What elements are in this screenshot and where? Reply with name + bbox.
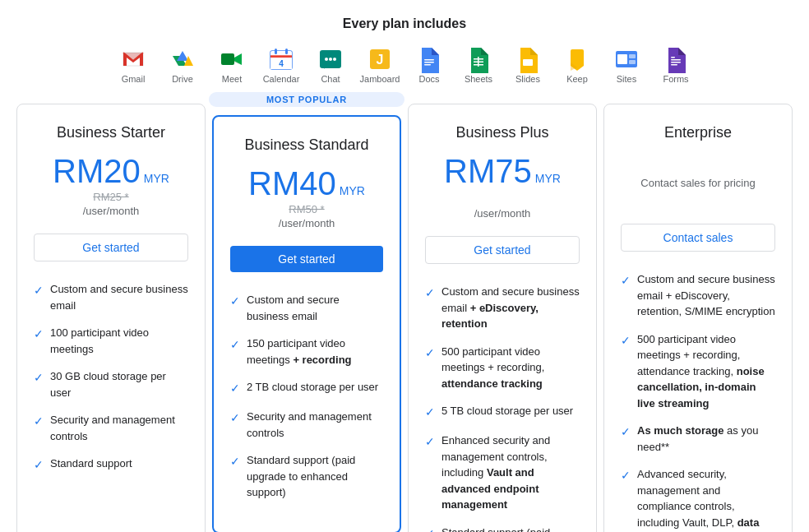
check-icon: ✓: [34, 456, 44, 474]
check-icon: ✓: [230, 336, 240, 354]
feature-item: ✓ Custom and secure business email: [34, 281, 188, 313]
plan-price-row-standard: RM40 MYR: [230, 167, 383, 200]
app-label-calendar: Calendar: [263, 74, 300, 84]
check-icon: ✓: [230, 453, 240, 470]
plan-price-original-standard: RM50 *: [230, 203, 383, 215]
get-started-button-starter[interactable]: Get started: [34, 234, 188, 261]
app-icon-drive: Drive: [161, 44, 204, 84]
plan-card-enterprise: Enterprise Contact sales for pricing Con…: [603, 104, 793, 532]
svg-rect-23: [424, 62, 434, 63]
check-icon: ✓: [425, 285, 435, 302]
feature-item: ✓ 2 TB cloud storage per user: [230, 379, 383, 397]
check-icon: ✓: [621, 272, 631, 289]
app-icon-keep: Keep: [556, 44, 599, 84]
feature-item: ✓ Custom and secure business email + eDi…: [621, 271, 775, 320]
app-label-sites: Sites: [617, 74, 636, 84]
app-label-meet: Meet: [222, 74, 242, 84]
plan-price-row-starter: RM20 MYR: [34, 155, 188, 187]
svg-rect-36: [629, 54, 636, 58]
plan-name-plus: Business Plus: [425, 124, 580, 141]
feature-item: ✓ Standard support (paid upgrade to enha…: [425, 525, 580, 533]
plan-price-big-standard: RM40: [248, 167, 336, 200]
check-icon: ✓: [34, 326, 44, 343]
app-icon-sheets: Sheets: [457, 44, 500, 84]
svg-rect-24: [424, 64, 431, 66]
plan-price-original-starter: RM25 *: [34, 191, 188, 203]
check-icon: ✓: [230, 293, 240, 310]
app-label-jamboard: Jamboard: [360, 74, 400, 84]
get-started-button-standard[interactable]: Get started: [230, 246, 383, 272]
apps-icons-row: Gmail Drive Meet: [13, 44, 796, 84]
svg-rect-4: [221, 53, 234, 65]
check-icon: ✓: [230, 409, 240, 427]
most-popular-badge: MOST POPULAR: [209, 92, 404, 107]
svg-text:J: J: [377, 53, 384, 67]
svg-rect-42: [671, 57, 675, 58]
app-label-docs: Docs: [418, 74, 439, 84]
svg-rect-37: [629, 60, 636, 64]
check-icon: ✓: [425, 433, 435, 451]
app-icon-gmail: Gmail: [112, 44, 155, 84]
svg-rect-39: [671, 59, 681, 61]
features-list-standard: ✓ Custom and secure business email ✓ 150…: [230, 292, 383, 501]
app-label-gmail: Gmail: [122, 74, 146, 84]
svg-point-15: [325, 58, 328, 61]
svg-rect-35: [617, 54, 627, 64]
check-icon: ✓: [621, 332, 631, 349]
feature-item: ✓ Enhanced security and management contr…: [425, 433, 580, 513]
plan-price-period-starter: /user/month: [34, 205, 188, 217]
svg-rect-22: [424, 59, 434, 61]
check-icon: ✓: [425, 345, 435, 362]
app-label-slides: Slides: [515, 74, 540, 84]
plan-name-standard: Business Standard: [230, 136, 383, 154]
plan-contact-enterprise: Contact sales for pricing: [621, 158, 775, 207]
features-list-enterprise: ✓ Custom and secure business email + eDi…: [621, 271, 775, 532]
svg-rect-41: [671, 64, 677, 66]
check-icon: ✓: [621, 467, 631, 484]
check-icon: ✓: [425, 404, 435, 421]
plan-card-plus: Business Plus RM75 MYR /user/month Get s…: [408, 104, 597, 532]
check-icon: ✓: [621, 423, 631, 441]
plan-price-big-plus: RM75: [444, 155, 532, 187]
feature-item: ✓ Standard support (paid upgrade to enha…: [230, 452, 383, 501]
plan-price-row-plus: RM75 MYR: [425, 155, 580, 187]
plans-grid: Business Starter RM20 MYR RM25 * /user/m…: [13, 104, 796, 532]
app-label-chat: Chat: [321, 74, 340, 84]
plan-price-big-starter: RM20: [53, 155, 141, 187]
get-started-button-plus[interactable]: Get started: [425, 236, 580, 264]
plan-card-starter: Business Starter RM20 MYR RM25 * /user/m…: [16, 104, 206, 532]
app-icon-docs: Docs: [408, 44, 451, 84]
feature-item: ✓ Security and management controls: [230, 409, 383, 441]
feature-item: ✓ 100 participant video meetings: [34, 325, 188, 357]
svg-point-16: [329, 58, 332, 61]
feature-item: ✓ 500 participant video meetings + recor…: [425, 344, 580, 392]
plan-price-currency-starter: MYR: [144, 172, 169, 185]
features-list-starter: ✓ Custom and secure business email ✓ 100…: [34, 281, 188, 474]
svg-rect-40: [671, 62, 681, 63]
check-icon: ✓: [34, 369, 44, 386]
plan-name-starter: Business Starter: [34, 124, 188, 141]
svg-rect-11: [275, 49, 277, 54]
app-label-drive: Drive: [172, 74, 193, 84]
app-icon-slides: Slides: [506, 44, 549, 84]
check-icon: ✓: [425, 525, 435, 533]
page-wrapper: Every plan includes Gmail Drive: [0, 0, 809, 532]
app-icon-calendar: 4 Calendar: [260, 44, 303, 84]
plan-name-enterprise: Enterprise: [621, 124, 775, 141]
feature-item: ✓ Advanced security, management and comp…: [621, 466, 775, 532]
app-label-sheets: Sheets: [465, 74, 492, 84]
app-icon-jamboard: J Jamboard: [358, 44, 401, 84]
check-icon: ✓: [34, 282, 44, 299]
svg-point-17: [333, 58, 336, 61]
app-icon-forms: Forms: [654, 44, 697, 84]
feature-item: ✓ As much storage as you need**: [621, 423, 775, 455]
contact-sales-button[interactable]: Contact sales: [621, 224, 775, 252]
spacer: [425, 191, 580, 207]
plan-price-currency-standard: MYR: [340, 184, 365, 197]
page-title: Every plan includes: [13, 16, 796, 31]
plan-price-currency-plus: MYR: [535, 172, 561, 185]
svg-rect-29: [478, 57, 479, 67]
feature-item: ✓ Standard support: [34, 456, 188, 474]
plan-price-period-standard: /user/month: [230, 217, 383, 229]
app-label-forms: Forms: [663, 74, 688, 84]
